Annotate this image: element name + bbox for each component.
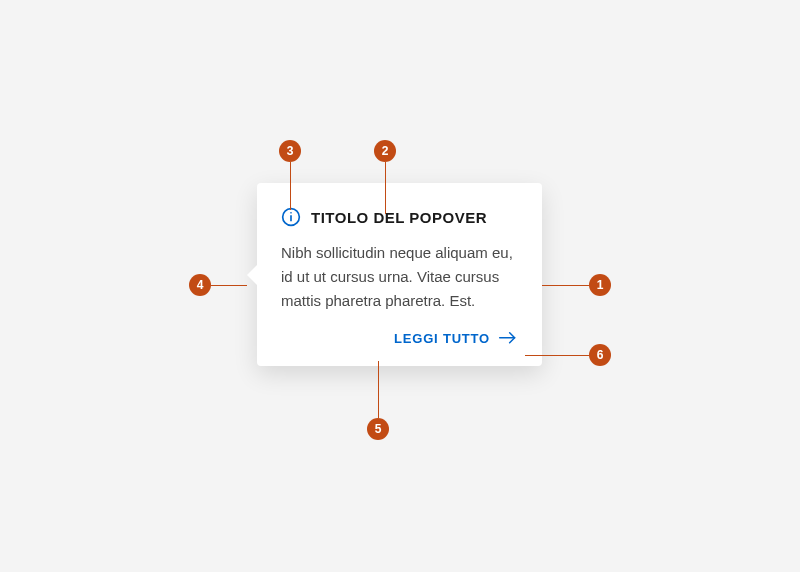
popover-arrow	[247, 265, 257, 285]
read-more-label: LEGGI TUTTO	[394, 331, 490, 346]
annotation-marker-6: 6	[589, 344, 611, 366]
annotation-marker-4: 4	[189, 274, 211, 296]
arrow-right-icon	[498, 332, 518, 346]
popover-title: TITOLO DEL POPOVER	[311, 209, 487, 226]
annotation-marker-1: 1	[589, 274, 611, 296]
connector-2	[385, 162, 386, 214]
annotation-marker-3: 3	[279, 140, 301, 162]
connector-5	[378, 361, 379, 418]
annotation-marker-5: 5	[367, 418, 389, 440]
connector-4	[211, 285, 247, 286]
popover-body: Nibh sollicitudin neque aliquam eu, id u…	[281, 241, 518, 313]
popover-header: TITOLO DEL POPOVER	[281, 207, 518, 227]
popover-card: TITOLO DEL POPOVER Nibh sollicitudin neq…	[257, 183, 542, 366]
read-more-link[interactable]: LEGGI TUTTO	[394, 331, 518, 346]
info-icon	[281, 207, 301, 227]
svg-point-2	[290, 212, 292, 214]
popover-footer: LEGGI TUTTO	[281, 331, 518, 346]
annotation-marker-2: 2	[374, 140, 396, 162]
connector-3	[290, 162, 291, 210]
connector-6	[525, 355, 589, 356]
connector-1	[542, 285, 589, 286]
